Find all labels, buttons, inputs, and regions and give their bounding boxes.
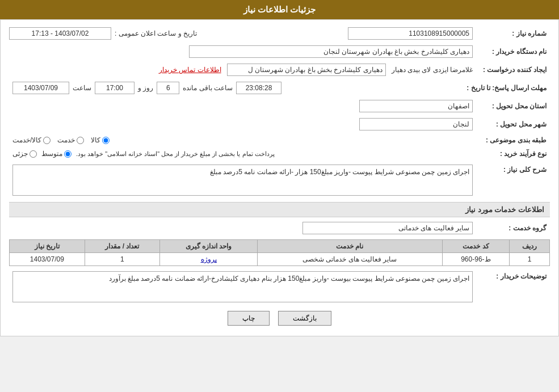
col-header-code: کد خدمت [442,240,510,253]
description-row: شرح کلی نیاز : اجرای زمین چمن مصنوعی شرا… [9,163,550,197]
print-button[interactable]: چاپ [228,311,270,326]
deadline-remaining-box: 23:08:28 [236,82,281,94]
col-header-unit: واحد اندازه گیری [160,240,258,253]
requester-org-box: دهیاری کلیشادرخ بخش باغ بهادران شهرستان … [227,64,386,76]
purchase-type-jozii: جزئی [12,150,37,158]
category-kala-khidmat-radio[interactable] [43,137,51,144]
requester-name: غلامرضا ایزدی لای بیدی دهیار [392,66,473,74]
row-code: ط-96-960 [442,253,510,266]
col-header-quantity: تعداد / مقدار [85,240,160,253]
buyer-notes-box: اجرای زمین چمن مصنوعی شرایط پیوست بیوست … [12,271,473,302]
category-label: طبقه بندی موضوعی : [476,134,550,146]
page-header: جزئیات اطلاعات نیاز [0,0,559,19]
row-quantity: 1 [85,253,160,266]
col-header-row: ردیف [510,240,550,253]
table-row: 1 ط-96-960 سایر فعالیت های خدماتی شخصی پ… [10,253,550,266]
deadline-remaining-label: ساعت باقی مانده [183,84,233,92]
province-box: اصفهان [359,100,473,112]
purchase-type-motavasset-radio[interactable] [64,150,72,158]
service-group-box: سایر فعالیت های خدماتی [302,222,473,234]
description-box: اجرای زمین چمن مصنوعی شرایط پیوست -واریز… [12,165,473,196]
deadline-row: مهلت ارسال پاسخ: تا تاریخ : 1403/07/09 س… [9,80,550,96]
province-row: استان محل تحویل : اصفهان [9,98,550,114]
purchase-type-group: جزئی متوسط پرداخت تمام یا بخشی از مبلغ خ… [12,150,473,158]
request-number-box: 1103108915000005 [348,27,473,40]
purchase-type-row: نوع فرآیند خرید : جزئی متوسط پرداخت تمام… [9,148,550,159]
buyer-org-box: دهیاری کلیشادرخ بخش باغ بهادران شهرستان … [189,45,473,58]
category-radio-group: کالا/خدمت خدمت کالا [12,136,473,144]
description-label: شرح کلی نیاز : [476,163,550,175]
category-khidmat: خدمت [57,136,84,144]
deadline-days-label: روز و [138,84,153,92]
announcement-date-value: 1403/07/02 - 17:13 [9,27,111,40]
city-label: شهر محل تحویل : [476,119,550,130]
city-row: شهر محل تحویل : لنجان [9,116,550,132]
services-table-header: ردیف کد خدمت نام خدمت واحد اندازه گیری ت… [10,240,550,253]
buyer-notes-label: توضیحات خریدار : [476,269,550,282]
button-row: بازگشت چاپ [9,311,550,326]
deadline-time-label: ساعت [73,84,91,92]
category-khidmat-radio[interactable] [77,137,84,144]
page-title: جزئیات اطلاعات نیاز [243,5,316,14]
requester-label: ایجاد کننده درخواست : [476,64,550,75]
purchase-type-motavasset-label: متوسط [41,150,62,158]
purchase-type-label: نوع فرآیند خرید : [476,148,550,159]
buyer-notes-text: اجرای زمین چمن مصنوعی شرایط پیوست بیوست … [109,275,469,283]
category-kala-khidmat: کالا/خدمت [12,136,51,144]
purchase-type-note: پرداخت تمام یا بخشی از مبلغ خریدار از مح… [76,150,275,158]
col-header-date: تاریخ نیاز [10,240,85,253]
main-content: شماره نیاز : 1103108915000005 تاریخ و سا… [0,19,559,336]
category-kala: کالا [91,136,110,144]
row-unit[interactable]: پروژه [160,253,258,266]
request-number-value: 1103108915000005 [197,26,476,41]
purchase-type-jozii-radio[interactable] [30,150,37,158]
province-value: اصفهان [9,98,476,114]
category-kala-khidmat-label: کالا/خدمت [12,136,41,144]
category-kala-radio[interactable] [102,137,110,144]
category-khidmat-label: خدمت [57,136,75,144]
city-box: لنجان [359,118,473,130]
service-group-label: گروه خدمت : [476,222,550,234]
row-date: 1403/07/09 [10,253,85,266]
buyer-org-label: نام دستگاه خریدار : [476,46,550,57]
col-header-name: نام خدمت [258,240,443,253]
services-section-title: اطلاعات خدمات مورد نیاز [9,202,550,217]
row-service-name: سایر فعالیت های خدماتی شخصی [258,253,443,266]
deadline-time-box: 17:00 [95,82,135,94]
category-row: طبقه بندی موضوعی : کالا/خدمت خدمت کالا [9,134,550,146]
deadline-date-box: 1403/07/09 [12,82,69,94]
request-number-row: شماره نیاز : 1103108915000005 تاریخ و سا… [9,26,550,41]
service-group-value: سایر فعالیت های خدماتی [9,220,476,236]
category-kala-label: کالا [91,136,100,144]
requester-value: غلامرضا ایزدی لای بیدی دهیار دهیاری کلیش… [9,62,476,78]
buyer-notes-row: توضیحات خریدار : اجرای زمین چمن مصنوعی ش… [9,269,550,304]
service-group-row: گروه خدمت : سایر فعالیت های خدماتی [9,220,550,236]
city-value: لنجان [9,116,476,132]
services-table: ردیف کد خدمت نام خدمت واحد اندازه گیری ت… [9,239,550,266]
request-number-label: شماره نیاز : [476,28,550,39]
buyer-org-value: دهیاری کلیشادرخ بخش باغ بهادران شهرستان … [9,44,476,60]
requester-contact-link[interactable]: اطلاعات تماس خریدار [159,66,221,74]
purchase-type-motavasset: متوسط [41,150,72,158]
deadline-label: مهلت ارسال پاسخ: تا تاریخ : [463,82,550,94]
requester-row: ایجاد کننده درخواست : غلامرضا ایزدی لای … [9,62,550,78]
back-button[interactable]: بازگشت [278,311,331,326]
buyer-org-row: نام دستگاه خریدار : دهیاری کلیشادرخ بخش … [9,44,550,60]
deadline-time-row: 1403/07/09 ساعت 17:00 روز و 6 ساعت باقی … [12,82,460,94]
deadline-days-box: 6 [157,82,179,94]
page-container: جزئیات اطلاعات نیاز شماره نیاز : 1103108… [0,0,559,336]
purchase-type-jozii-label: جزئی [12,150,28,158]
row-number: 1 [510,253,550,266]
description-text: اجرای زمین چمن مصنوعی شرایط پیوست -واریز… [210,168,469,176]
province-label: استان محل تحویل : [476,100,550,112]
announcement-date-label: تاریخ و ساعت اعلان عمومی : [115,29,197,37]
